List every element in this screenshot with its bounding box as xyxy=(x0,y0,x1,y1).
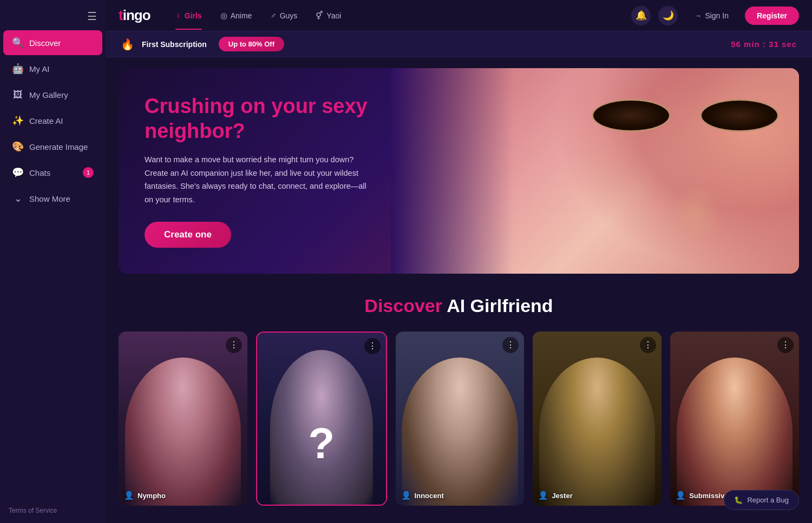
tab-anime[interactable]: ◎ Anime xyxy=(213,8,260,24)
sidebar-item-label: Discover xyxy=(29,38,61,48)
logo-rest: ingo xyxy=(123,7,150,23)
generate-image-icon: 🎨 xyxy=(12,141,24,153)
main-content: tingo ♀ Girls ◎ Anime ♂ Guys ⚥ Yaoi xyxy=(106,0,812,523)
card-label-icon-submissive: 👤 xyxy=(676,491,686,500)
hero-title: Crushing on your sexy neighbor? xyxy=(145,94,374,143)
sidebar: ☰ 🔍 Discover 🤖 My AI 🖼 My Gallery ✨ Crea… xyxy=(0,0,106,523)
card-submissive[interactable]: ⋮ 👤 Submissiv... xyxy=(670,332,799,506)
hero-image-overlay xyxy=(554,68,800,274)
sidebar-item-generate-image[interactable]: 🎨 Generate Image xyxy=(3,134,102,159)
hero-description: Want to make a move but worried she migh… xyxy=(145,153,374,207)
logo[interactable]: tingo xyxy=(119,7,150,24)
terms-of-service-link[interactable]: Terms of Service xyxy=(0,498,106,523)
sidebar-item-show-more[interactable]: ⌄ Show More xyxy=(3,186,102,211)
card-figure-submissive xyxy=(677,358,793,506)
hero-banner: Crushing on your sexy neighbor? Want to … xyxy=(119,68,799,274)
signin-button[interactable]: → Sign In xyxy=(685,7,737,24)
topnav-tabs: ♀ Girls ◎ Anime ♂ Guys ⚥ Yaoi xyxy=(168,8,619,24)
subscription-timer: 56 min : 31 sec xyxy=(731,39,797,49)
card-menu-jester[interactable]: ⋮ xyxy=(640,337,656,353)
card-figure-mystery: ? xyxy=(270,350,373,505)
card-label-icon-nympho: 👤 xyxy=(124,491,134,500)
tab-guys[interactable]: ♂ Guys xyxy=(263,8,305,23)
card-label-icon-innocent: 👤 xyxy=(401,491,411,500)
bug-icon: 🐛 xyxy=(734,496,743,504)
sidebar-item-label: Chats xyxy=(29,168,50,177)
signin-arrow-icon: → xyxy=(694,11,702,20)
tab-girls[interactable]: ♀ Girls xyxy=(168,8,209,23)
subscription-text: First Subscription xyxy=(142,40,207,49)
report-bug-label: Report a Bug xyxy=(747,496,789,504)
section-title-pink: Discover xyxy=(364,295,442,316)
create-ai-icon: ✨ xyxy=(12,115,24,127)
mystery-question-mark: ? xyxy=(308,419,335,468)
sidebar-item-create-ai[interactable]: ✨ Create AI xyxy=(3,108,102,133)
sidebar-item-label: My AI xyxy=(29,64,50,74)
card-label-innocent: 👤 Innocent xyxy=(401,491,444,500)
topnav: tingo ♀ Girls ◎ Anime ♂ Guys ⚥ Yaoi xyxy=(106,0,812,31)
card-jester[interactable]: ⋮ 👤 Jester xyxy=(533,332,662,506)
anime-tab-icon: ◎ xyxy=(220,11,227,21)
register-button[interactable]: Register xyxy=(745,6,799,25)
topnav-right: 🔔 🌙 → Sign In Register xyxy=(631,6,799,25)
chats-icon: 💬 xyxy=(12,167,24,178)
card-figure-nympho xyxy=(125,358,241,506)
card-label-submissive: 👤 Submissiv... xyxy=(676,491,730,500)
card-label-nympho: 👤 Nympho xyxy=(124,491,166,500)
section-title: Discover AI Girlfriend xyxy=(119,295,799,316)
sidebar-header: ☰ xyxy=(0,0,106,28)
card-figure-jester xyxy=(539,358,655,506)
report-bug-button[interactable]: 🐛 Report a Bug xyxy=(724,490,799,510)
tab-girls-label: Girls xyxy=(185,11,202,20)
scroll-area[interactable]: Crushing on your sexy neighbor? Want to … xyxy=(106,57,812,523)
discover-icon: 🔍 xyxy=(12,37,24,49)
show-more-icon: ⌄ xyxy=(12,193,24,204)
logo-b: t xyxy=(119,7,123,23)
fire-icon: 🔥 xyxy=(121,38,134,51)
sidebar-item-discover[interactable]: 🔍 Discover xyxy=(3,30,102,55)
tab-yaoi[interactable]: ⚥ Yaoi xyxy=(308,8,349,24)
card-menu-nympho[interactable]: ⋮ xyxy=(226,337,242,353)
card-innocent[interactable]: ⋮ 👤 Innocent xyxy=(396,332,525,506)
tab-guys-label: Guys xyxy=(280,11,298,20)
sidebar-item-label: Create AI xyxy=(29,116,63,125)
sidebar-item-my-gallery[interactable]: 🖼 My Gallery xyxy=(3,82,102,107)
card-nympho[interactable]: ⋮ 👤 Nympho xyxy=(119,332,247,506)
yaoi-tab-icon: ⚥ xyxy=(316,11,323,21)
hamburger-icon[interactable]: ☰ xyxy=(87,10,97,23)
sidebar-item-label: My Gallery xyxy=(29,90,68,100)
cards-row: ⋮ 👤 Nympho ? ⋮ xyxy=(119,332,799,506)
sidebar-nav: 🔍 Discover 🤖 My AI 🖼 My Gallery ✨ Create… xyxy=(0,28,106,498)
section-title-white: AI Girlfriend xyxy=(447,295,553,316)
card-label-icon-jester: 👤 xyxy=(538,491,548,500)
girls-tab-icon: ♀ xyxy=(175,11,181,20)
my-ai-icon: 🤖 xyxy=(12,63,24,75)
hero-image xyxy=(391,68,799,274)
hero-cta-button[interactable]: Create one xyxy=(145,222,231,248)
notification-button[interactable]: 🔔 xyxy=(631,6,651,25)
tab-yaoi-label: Yaoi xyxy=(326,11,341,20)
sidebar-item-label: Show More xyxy=(29,194,70,203)
chats-badge: 1 xyxy=(83,167,94,178)
card-menu-innocent[interactable]: ⋮ xyxy=(502,337,519,353)
hero-content: Crushing on your sexy neighbor? Want to … xyxy=(119,68,400,274)
theme-toggle-button[interactable]: 🌙 xyxy=(658,6,678,25)
gallery-icon: 🖼 xyxy=(12,89,24,101)
sidebar-item-my-ai[interactable]: 🤖 My AI xyxy=(3,56,102,81)
card-mystery[interactable]: ? ⋮ xyxy=(256,332,387,506)
tab-anime-label: Anime xyxy=(231,11,252,20)
guys-tab-icon: ♂ xyxy=(270,11,276,20)
moon-icon: 🌙 xyxy=(663,10,674,21)
card-label-jester: 👤 Jester xyxy=(538,491,572,500)
notification-icon: 🔔 xyxy=(636,10,647,21)
card-figure-innocent xyxy=(402,358,518,506)
sidebar-item-label: Generate Image xyxy=(29,142,88,151)
subscription-cta-button[interactable]: Up to 80% Off xyxy=(219,37,284,51)
card-menu-submissive[interactable]: ⋮ xyxy=(777,337,794,353)
card-menu-mystery[interactable]: ⋮ xyxy=(364,338,381,354)
sidebar-item-chats[interactable]: 💬 Chats 1 xyxy=(3,160,102,185)
subscription-banner: 🔥 First Subscription Up to 80% Off 56 mi… xyxy=(106,31,812,57)
discover-section: Discover AI Girlfriend ⋮ 👤 Nympho xyxy=(119,295,799,506)
